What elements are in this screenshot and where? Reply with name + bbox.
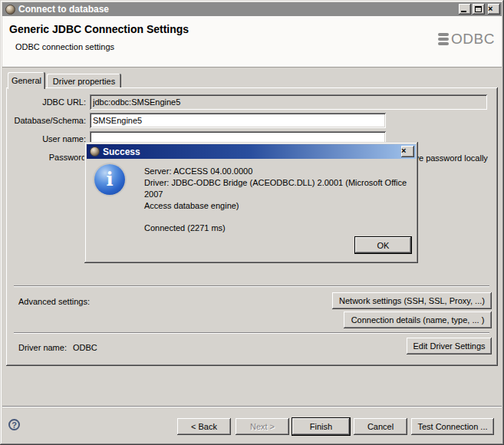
finish-button[interactable]: Finish [292, 417, 351, 436]
jdbc-url-label: JDBC URL: [0, 97, 86, 107]
tab-general[interactable]: General [8, 72, 45, 89]
back-button[interactable]: < Back [177, 418, 231, 435]
separator [14, 332, 489, 334]
close-icon: × [401, 146, 406, 155]
close-button[interactable]: × [488, 4, 500, 15]
password-label: Password [0, 153, 86, 162]
server-line: Server: ACCESS 04.00.0000 [144, 166, 414, 177]
connect-to-database-window: Connect to database × Generic JDBC Conne… [0, 0, 504, 445]
help-button[interactable]: ? [8, 419, 20, 430]
next-button: Next > [236, 418, 289, 435]
driver-line-1: Driver: JDBC-ODBC Bridge (ACEODBC.DLL) 2… [144, 177, 414, 200]
wizard-header: Generic JDBC Connection Settings ODBC co… [2, 16, 502, 68]
advanced-settings-label: Advanced settings: [18, 297, 90, 306]
close-icon: × [488, 4, 492, 13]
maximize-icon [475, 6, 482, 12]
driver-line-2: Access database engine) [144, 200, 414, 212]
tab-driver-properties[interactable]: Driver properties [47, 74, 121, 88]
cancel-button[interactable]: Cancel [354, 418, 407, 435]
jdbc-url-field[interactable] [90, 94, 487, 110]
success-dialog-close-button[interactable]: × [401, 146, 414, 157]
driver-name-value: ODBC [73, 343, 97, 352]
odbc-logo-text: ODBC [451, 31, 495, 48]
app-icon [5, 5, 15, 15]
success-dialog-title: Success [103, 147, 400, 157]
network-settings-button[interactable]: Network settings (SSH, SSL, Proxy, ...) [332, 292, 492, 309]
page-subtitle: ODBC connection settings [15, 42, 114, 51]
minimize-button[interactable] [459, 4, 471, 15]
connection-details-button[interactable]: Connection details (name, type, ... ) [344, 312, 492, 328]
info-icon: i [94, 164, 125, 195]
separator [2, 406, 502, 407]
test-connection-button[interactable]: Test Connection ... [411, 418, 494, 435]
edit-driver-settings-button[interactable]: Edit Driver Settings [407, 338, 492, 354]
database-schema-field[interactable] [90, 113, 386, 128]
app-icon [90, 147, 100, 157]
maximize-button[interactable] [473, 4, 485, 15]
odbc-logo: ODBC [438, 31, 495, 48]
success-dialog: Success × i Server: ACCESS 04.00.0000 Dr… [84, 142, 418, 263]
page-title: Generic JDBC Connection Settings [9, 23, 189, 35]
window-titlebar[interactable]: Connect to database × [2, 2, 502, 16]
window-title: Connect to database [18, 4, 457, 15]
driver-name-label: Driver name: [18, 343, 67, 352]
separator [14, 285, 489, 287]
success-message: Server: ACCESS 04.00.0000 Driver: JDBC-O… [144, 166, 414, 234]
ok-button[interactable]: OK [354, 236, 412, 254]
minimize-icon [461, 11, 466, 12]
database-schema-label: Database/Schema: [0, 116, 86, 125]
success-dialog-titlebar[interactable]: Success × [87, 144, 416, 159]
database-icon [438, 33, 449, 45]
connected-line: Connected (2271 ms) [144, 222, 414, 234]
user-name-label: User name: [0, 134, 86, 143]
